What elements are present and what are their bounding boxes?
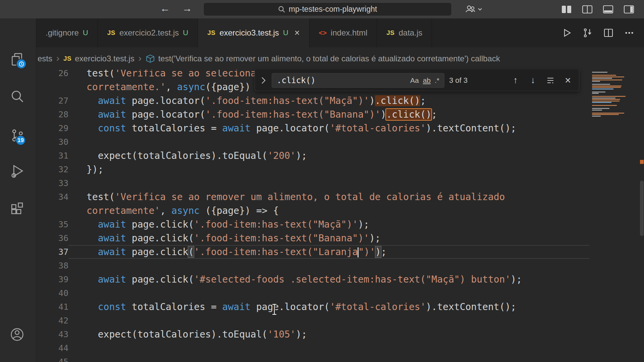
customize-layout-icon[interactable] (623, 4, 635, 15)
code-text[interactable] (68, 355, 589, 362)
code-line-39[interactable]: 39 await page.click('#selected-foods .se… (36, 273, 589, 286)
code-line-36[interactable]: 36 await page.click('.food-item:has-text… (36, 231, 589, 245)
code-line-42[interactable]: 42 (36, 314, 589, 327)
tab-data-js[interactable]: JS data.js (377, 18, 432, 47)
code-line-29[interactable]: 29 const totalCalories = await page.loca… (36, 121, 589, 135)
line-number[interactable]: 32 (36, 163, 68, 176)
code-text[interactable]: }); (68, 163, 589, 176)
code-text[interactable]: expect(totalCalories).toEqual('105'); (68, 327, 589, 341)
code-text[interactable]: await page.locator('.food-item:has-text(… (68, 94, 589, 108)
line-number[interactable]: 26 (36, 70, 68, 80)
extensions-icon[interactable] (10, 202, 24, 217)
run-debug-icon[interactable] (10, 164, 24, 178)
minimap[interactable] (589, 70, 640, 362)
code-line-28[interactable]: 28 await page.locator('.food-item:has-te… (36, 108, 589, 121)
line-number[interactable]: 42 (36, 314, 68, 327)
more-actions-icon[interactable] (623, 27, 635, 39)
tab-gitignore[interactable]: .gitignore U (36, 18, 98, 47)
tab-index-html[interactable]: <> index.html (310, 18, 377, 47)
code-line-31[interactable]: 31 expect(totalCalories).toEqual('200'); (36, 149, 589, 163)
code-line-34[interactable]: 34test('Verifica se ao remover um alimen… (36, 190, 589, 204)
code-line-38[interactable]: 38 (36, 259, 589, 273)
line-number[interactable]: 35 (36, 218, 68, 231)
close-tab-icon[interactable]: × (294, 28, 300, 38)
line-number[interactable]: 27 (36, 94, 68, 108)
toggle-replace-chevron-icon[interactable] (260, 76, 267, 85)
account-profile-icon[interactable] (10, 327, 24, 342)
code-text[interactable] (68, 314, 589, 327)
code-text[interactable] (68, 135, 589, 149)
line-number[interactable] (36, 80, 68, 94)
code-line-27[interactable]: 27 await page.locator('.food-item:has-te… (36, 94, 589, 108)
code-text[interactable]: test('Verifica se ao remover um alimento… (68, 190, 589, 204)
line-number[interactable]: 44 (36, 341, 68, 355)
code-text[interactable]: await page.click('#selected-foods .selec… (68, 273, 589, 286)
breadcrumb-folder[interactable]: ests (38, 54, 52, 63)
line-number[interactable]: 34 (36, 190, 68, 204)
compare-branch-icon[interactable] (582, 27, 594, 39)
find-input[interactable]: .click() Aa ab .* (272, 73, 444, 88)
find-previous-icon[interactable]: ↑ (509, 74, 522, 87)
code-text[interactable]: const totalCalories = await page.locator… (68, 121, 589, 135)
line-number[interactable]: 30 (36, 135, 68, 149)
overview-ruler[interactable] (640, 70, 644, 362)
command-center-search[interactable]: mp-testes-com-playwright (203, 2, 452, 16)
code-line-45[interactable]: 45 (36, 355, 589, 362)
code-text[interactable] (68, 176, 589, 190)
code-line-wrap[interactable]: corretamente', async ({page}) => { (36, 204, 589, 218)
code-text[interactable]: const totalCalories = await page.locator… (68, 300, 589, 314)
line-number[interactable]: 41 (36, 300, 68, 314)
line-number[interactable] (36, 204, 68, 218)
line-number[interactable]: 43 (36, 327, 68, 341)
line-number[interactable]: 39 (36, 273, 68, 286)
toggle-sidebar-icon[interactable] (561, 4, 572, 15)
line-number[interactable]: 45 (36, 355, 68, 362)
toggle-panel-icon[interactable] (602, 4, 614, 15)
code-line-43[interactable]: 43 expect(totalCalories).toEqual('105'); (36, 327, 589, 341)
code-line-30[interactable]: 30 (36, 135, 589, 149)
find-close-icon[interactable]: × (561, 74, 574, 87)
line-number[interactable]: 33 (36, 176, 68, 190)
line-number[interactable]: 31 (36, 149, 68, 163)
code-text[interactable]: expect(totalCalories).toEqual('200'); (68, 149, 589, 163)
code-editor[interactable]: 26test('Verifica se ao selecionacorretam… (36, 70, 589, 362)
run-file-icon[interactable] (561, 27, 573, 39)
whole-word-toggle[interactable]: ab (421, 76, 433, 85)
line-number[interactable]: 40 (36, 286, 68, 300)
breadcrumb-symbol[interactable]: test('Verifica se ao remover um alimento… (158, 54, 500, 63)
code-line-35[interactable]: 35 await page.click('.food-item:has-text… (36, 218, 589, 231)
scrollbar-thumb[interactable] (640, 181, 644, 236)
code-line-37[interactable]: 37 await page.click('.food-item:has-text… (36, 245, 589, 259)
code-text[interactable]: await page.locator('.food-item:has-text(… (68, 108, 589, 121)
code-line-44[interactable]: 44 (36, 341, 589, 355)
breadcrumb-file[interactable]: exercicio3.test.js (75, 54, 134, 63)
tab-exercicio3-active[interactable]: JS exercicio3.test.js U × (198, 18, 309, 47)
code-text[interactable]: await page.click('.food-item:has-text("M… (68, 218, 589, 231)
code-text[interactable]: await page.click('.food-item:has-text("B… (68, 231, 589, 245)
code-line-32[interactable]: 32}); (36, 163, 589, 176)
split-editor-right-icon[interactable] (602, 27, 614, 39)
line-number[interactable]: 29 (36, 121, 68, 135)
tab-exercicio2[interactable]: JS exercicio2.test.js U (98, 18, 198, 47)
line-number[interactable]: 37 (36, 245, 68, 259)
code-line-33[interactable]: 33 (36, 176, 589, 190)
line-number[interactable]: 36 (36, 231, 68, 245)
code-text[interactable] (68, 286, 589, 300)
line-number[interactable]: 38 (36, 259, 68, 273)
accounts-menu[interactable] (465, 3, 483, 15)
find-next-icon[interactable]: ↓ (527, 74, 539, 87)
code-text[interactable]: await page.click('.food-item:has-text("L… (68, 245, 589, 259)
find-in-selection-icon[interactable] (544, 74, 557, 87)
line-number[interactable]: 28 (36, 108, 68, 121)
code-line-41[interactable]: 41 const totalCalories = await page.loca… (36, 300, 589, 314)
back-arrow-icon[interactable]: ← (158, 3, 172, 14)
split-editor-icon[interactable] (582, 4, 593, 15)
code-text[interactable] (68, 341, 589, 355)
regex-toggle[interactable]: .* (433, 76, 441, 85)
search-sidebar-icon[interactable] (10, 89, 24, 104)
code-line-40[interactable]: 40 (36, 286, 589, 300)
match-case-toggle[interactable]: Aa (408, 76, 421, 85)
forward-arrow-icon[interactable]: → (180, 3, 194, 14)
code-text[interactable] (68, 259, 589, 273)
code-text[interactable]: corretamente', async ({page}) => { (68, 204, 589, 218)
